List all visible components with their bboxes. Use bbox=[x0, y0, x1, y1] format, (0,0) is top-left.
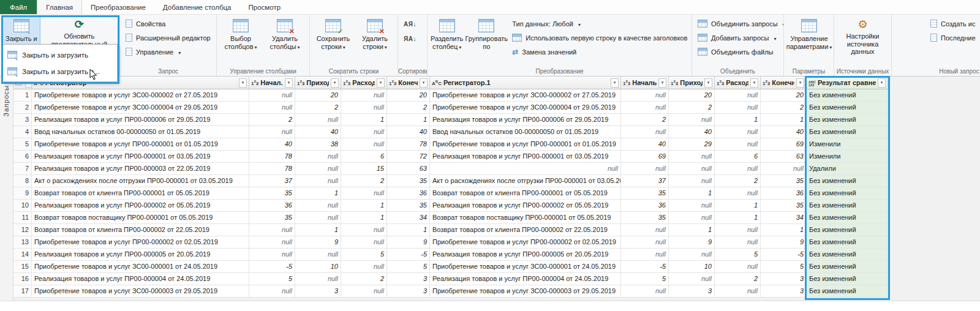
cell-result[interactable]: Без изменений bbox=[807, 224, 888, 236]
cell-registrator[interactable]: Приобретение товаров и услуг ЗС00-000001… bbox=[32, 261, 249, 273]
cell-nachal[interactable]: null bbox=[249, 89, 295, 102]
cell-result[interactable]: Без изменений bbox=[807, 175, 888, 187]
cell-registrator[interactable]: Реализация товаров и услуг ПР00-000002 о… bbox=[32, 200, 249, 212]
cell-nachal[interactable]: 78 bbox=[249, 151, 295, 163]
cell-registrator[interactable]: Реализация товаров и услуг ПР00-000001 о… bbox=[32, 151, 249, 163]
cell-registrator[interactable]: Приобретение товаров и услуг ЗС00-000004… bbox=[32, 102, 249, 114]
cell-konechny1[interactable]: 34 bbox=[761, 212, 807, 224]
cell-prihod1[interactable]: null bbox=[669, 151, 715, 163]
cell-prihod[interactable]: 40 bbox=[295, 126, 341, 138]
cell-registrator1[interactable]: Приобретение товаров и услуг ПР00-000001… bbox=[430, 138, 621, 151]
cell-nachal[interactable]: -5 bbox=[249, 261, 295, 273]
cell-rownum[interactable]: 7 bbox=[13, 163, 32, 175]
table-row[interactable]: 10Реализация товаров и услуг ПР00-000002… bbox=[13, 200, 888, 212]
cell-prihod[interactable]: null bbox=[295, 151, 341, 163]
cell-konechny1[interactable]: -5 bbox=[761, 249, 807, 261]
cell-registrator[interactable]: Реализация товаров и услуг ПР00-000005 о… bbox=[32, 249, 249, 261]
cell-prihod1[interactable]: 10 bbox=[669, 261, 715, 273]
cell-registrator1[interactable]: Акт о расхождениях после отгрузки ПР00-0… bbox=[430, 175, 621, 187]
cell-result[interactable]: Без изменений bbox=[807, 212, 888, 224]
cell-konechny1[interactable]: 20 bbox=[761, 89, 807, 102]
split-column-button[interactable]: Разделить столбец bbox=[430, 16, 464, 64]
cell-konech[interactable]: 35 bbox=[387, 200, 430, 212]
cell-rashod1[interactable]: null bbox=[715, 187, 761, 200]
cell-registrator1[interactable]: Возврат товаров от клиента ПР00-000002 о… bbox=[430, 224, 621, 236]
queries-pane-collapsed[interactable]: Запросы bbox=[0, 77, 13, 311]
cell-rashod[interactable]: null bbox=[341, 285, 387, 298]
cell-registrator1[interactable]: Приобретение товаров и услуг ПР00-000002… bbox=[430, 236, 621, 249]
cell-nachal[interactable]: 35 bbox=[249, 187, 295, 200]
filter-dropdown-icon[interactable]: ▾ bbox=[878, 78, 886, 88]
manage-parameters-button[interactable]: Управление параметрами bbox=[786, 16, 832, 64]
cell-konech[interactable]: 20 bbox=[387, 89, 430, 102]
cell-nachal[interactable]: 5 bbox=[249, 273, 295, 285]
cell-nachaln1[interactable]: null bbox=[621, 285, 669, 298]
cell-registrator1[interactable]: Приобретение товаров и услуг ЗС00-000003… bbox=[430, 285, 621, 298]
cell-registrator[interactable]: Приобретение товаров и услуг ЗС00-000002… bbox=[32, 89, 249, 102]
column-header-prihod[interactable]: 123Приход▾ bbox=[295, 77, 341, 89]
table-row[interactable]: 17Приобретение товаров и услуг ЗС00-0000… bbox=[13, 285, 888, 298]
cell-rashod[interactable]: 15 bbox=[341, 163, 387, 175]
cell-registrator[interactable]: Реализация товаров и услуг ПР00-000006 о… bbox=[32, 114, 249, 126]
cell-nachal[interactable]: 2 bbox=[249, 114, 295, 126]
cell-rashod[interactable]: 6 bbox=[341, 151, 387, 163]
cell-rashod1[interactable]: null bbox=[715, 102, 761, 114]
remove-columns-button[interactable]: Удалить столбцы bbox=[263, 16, 306, 64]
group-by-button[interactable]: Группировать по bbox=[465, 16, 508, 64]
cell-rownum[interactable]: 8 bbox=[13, 175, 32, 187]
cell-registrator1[interactable]: null bbox=[430, 163, 621, 175]
cell-prihod1[interactable]: 1 bbox=[669, 187, 715, 200]
cell-registrator[interactable]: Приобретение товаров и услуг ПР00-000002… bbox=[32, 236, 249, 249]
table-row[interactable]: 2Приобретение товаров и услуг ЗС00-00000… bbox=[13, 102, 888, 114]
table-row[interactable]: 15Приобретение товаров и услуг ЗС00-0000… bbox=[13, 261, 888, 273]
tab-file[interactable]: Файл bbox=[0, 0, 37, 14]
cell-result[interactable]: Без изменений bbox=[807, 273, 888, 285]
cell-result[interactable]: Без изменений bbox=[807, 114, 888, 126]
cell-prihod1[interactable]: 40 bbox=[669, 126, 715, 138]
cell-konechny1[interactable]: 5 bbox=[761, 261, 807, 273]
cell-prihod[interactable]: 2 bbox=[295, 102, 341, 114]
cell-rashod[interactable]: null bbox=[341, 236, 387, 249]
cell-rownum[interactable]: 10 bbox=[13, 200, 32, 212]
cell-prihod[interactable]: null bbox=[295, 273, 341, 285]
cell-rownum[interactable]: 1 bbox=[13, 89, 32, 102]
cell-rashod[interactable]: null bbox=[341, 89, 387, 102]
filter-dropdown-icon[interactable]: ▾ bbox=[704, 78, 712, 88]
column-header-prihod1[interactable]: 123Приход.1▾ bbox=[669, 77, 715, 89]
cell-result[interactable]: Без изменений bbox=[807, 261, 888, 273]
cell-konechny1[interactable]: 1 bbox=[761, 224, 807, 236]
cell-nachal[interactable]: null bbox=[249, 224, 295, 236]
cell-registrator[interactable]: Реализация товаров и услуг ПР00-000004 о… bbox=[32, 273, 249, 285]
cell-prihod[interactable]: null bbox=[295, 114, 341, 126]
column-header-nachaln1[interactable]: 123Начальн...▾ bbox=[621, 77, 669, 89]
cell-registrator1[interactable]: Реализация товаров и услуг ПР00-000005 о… bbox=[430, 249, 621, 261]
cell-rownum[interactable]: 17 bbox=[13, 285, 32, 298]
cell-prihod[interactable]: null bbox=[295, 163, 341, 175]
cell-registrator1[interactable]: Приобретение товаров и услуг ЗС00-000004… bbox=[430, 102, 621, 114]
cell-rashod[interactable]: null bbox=[341, 224, 387, 236]
cell-konech[interactable]: 36 bbox=[387, 187, 430, 200]
cell-rownum[interactable]: 13 bbox=[13, 236, 32, 249]
tab-transform[interactable]: Преобразование bbox=[82, 0, 154, 14]
table-row[interactable]: 4Ввод начальных остатков 00-00000050 от … bbox=[13, 126, 888, 138]
cell-registrator[interactable]: Возврат товаров от клиента ПР00-000001 о… bbox=[32, 187, 249, 200]
cell-result[interactable]: Без изменений bbox=[807, 102, 888, 114]
cell-rownum[interactable]: 14 bbox=[13, 249, 32, 261]
cell-result[interactable]: Без изменений bbox=[807, 126, 888, 138]
cell-nachaln1[interactable]: 2 bbox=[621, 114, 669, 126]
cell-result[interactable]: Без изменений bbox=[807, 89, 888, 102]
cell-rashod1[interactable]: 2 bbox=[715, 175, 761, 187]
cell-konech[interactable]: 3 bbox=[387, 285, 430, 298]
cell-nachaln1[interactable]: 5 bbox=[621, 273, 669, 285]
cell-registrator1[interactable]: Реализация товаров и услуг ПР00-000006 о… bbox=[430, 114, 621, 126]
cell-rashod[interactable]: 1 bbox=[341, 212, 387, 224]
use-first-row-button[interactable]: Использовать первую строку в качестве за… bbox=[509, 31, 692, 45]
cell-prihod1[interactable]: null bbox=[669, 200, 715, 212]
cell-rashod1[interactable]: null bbox=[715, 285, 761, 298]
cell-rashod[interactable]: null bbox=[341, 261, 387, 273]
cell-registrator1[interactable]: Реализация товаров и услуг ПР00-000002 о… bbox=[430, 200, 621, 212]
cell-rashod[interactable]: null bbox=[341, 126, 387, 138]
table-row[interactable]: 14Реализация товаров и услуг ПР00-000005… bbox=[13, 249, 888, 261]
cell-nachaln1[interactable]: 37 bbox=[621, 175, 669, 187]
cell-prihod[interactable]: 1 bbox=[295, 224, 341, 236]
